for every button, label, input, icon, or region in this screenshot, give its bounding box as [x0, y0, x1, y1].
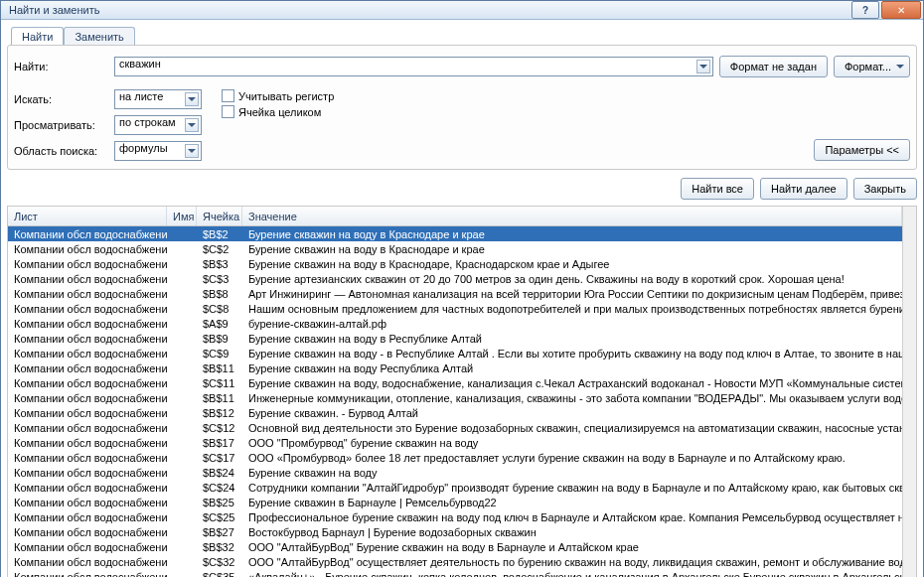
whole-cell-label: Ячейка целиком: [238, 106, 321, 118]
table-row[interactable]: Компании обсл водоснабжения$A$9бурение-с…: [8, 316, 902, 331]
table-row[interactable]: Компании обсл водоснабжения$C$12Основной…: [8, 420, 902, 435]
cell-sheet: Компании обсл водоснабжения: [8, 362, 167, 374]
cell-sheet: Компании обсл водоснабжения: [8, 348, 167, 360]
chevron-down-icon[interactable]: [185, 118, 199, 132]
table-row[interactable]: Компании обсл водоснабжения$B$25Бурение …: [8, 495, 902, 509]
window-title: Найти и заменить: [9, 4, 849, 16]
help-button[interactable]: ?: [851, 1, 879, 19]
cell-value: Бурение скважин на воду - в Республике А…: [242, 348, 902, 360]
cell-ref: $C$12: [197, 422, 242, 434]
cell-ref: $C$32: [197, 556, 242, 568]
table-row[interactable]: Компании обсл водоснабжения$C$9Бурение с…: [8, 346, 902, 361]
find-label: Найти:: [14, 61, 108, 72]
table-row[interactable]: Компании обсл водоснабжения$C$32ООО "Алт…: [8, 554, 902, 569]
match-case-checkbox[interactable]: [222, 89, 234, 102]
cell-sheet: Компании обсл водоснабжения: [8, 273, 167, 285]
cell-value: Бурение скважин в Барнауле | Ремсельбурв…: [242, 497, 902, 508]
scan-direction-label: Просматривать:: [14, 119, 108, 131]
cell-ref: $B$2: [197, 228, 242, 240]
table-row[interactable]: Компании обсл водоснабжения$C$24Сотрудни…: [8, 480, 902, 495]
col-name[interactable]: Имя: [167, 207, 197, 225]
cell-value: Бурение скважин на воду в Краснодаре, Кр…: [242, 258, 902, 270]
scan-direction-combo[interactable]: по строкам: [114, 115, 202, 135]
grid-body[interactable]: Компании обсл водоснабжения$B$2Бурение с…: [8, 226, 902, 577]
table-row[interactable]: Компании обсл водоснабжения$B$24Бурение …: [8, 465, 902, 480]
cell-sheet: Компании обсл водоснабжения: [8, 392, 167, 404]
table-row[interactable]: Компании обсл водоснабжения$C$11Бурение …: [8, 375, 902, 390]
table-row[interactable]: Компании обсл водоснабжения$C$25Професси…: [8, 509, 902, 524]
find-next-button[interactable]: Найти далее: [760, 178, 847, 200]
search-area-combo[interactable]: формулы: [114, 141, 202, 161]
cell-value: бурение-скважин-алтай.рф: [242, 318, 902, 330]
table-row[interactable]: Компании обсл водоснабжения$B$11Инженерн…: [8, 390, 902, 405]
find-history-dropdown[interactable]: [696, 60, 710, 73]
cell-value: Бурение артезианских скважин от 20 до 70…: [242, 273, 902, 285]
action-bar: Найти все Найти далее Закрыть: [7, 178, 917, 200]
cell-sheet: Компании обсл водоснабжения: [8, 318, 167, 330]
vertical-scrollbar[interactable]: [902, 207, 916, 577]
cell-sheet: Компании обсл водоснабжения: [8, 511, 167, 523]
cell-ref: $C$2: [197, 243, 242, 255]
tab-replace[interactable]: Заменить: [64, 27, 134, 46]
col-cell[interactable]: Ячейка: [197, 207, 242, 225]
cell-sheet: Компании обсл водоснабжения: [8, 422, 167, 434]
cell-ref: $B$9: [197, 333, 242, 345]
cell-value: ООО "АлтайБурВод" осуществляет деятельно…: [242, 556, 902, 568]
table-row[interactable]: Компании обсл водоснабжения$C$17ООО «Про…: [8, 450, 902, 465]
cell-sheet: Компании обсл водоснабжения: [8, 541, 167, 553]
table-row[interactable]: Компании обсл водоснабжения$B$12Бурение …: [8, 405, 902, 420]
cell-sheet: Компании обсл водоснабжения: [8, 228, 167, 240]
find-value: скважин: [119, 58, 161, 70]
tab-find[interactable]: Найти: [11, 27, 64, 46]
table-row[interactable]: Компании обсл водоснабжения$B$9Бурение с…: [8, 331, 902, 346]
table-row[interactable]: Компании обсл водоснабжения$C$35«Аквалай…: [8, 569, 902, 577]
format-button[interactable]: Формат...: [834, 56, 910, 77]
tab-strip: Найти Заменить: [11, 27, 917, 46]
cell-sheet: Компании обсл водоснабжения: [8, 571, 167, 578]
table-row[interactable]: Компании обсл водоснабжения$B$27Востокбу…: [8, 524, 902, 539]
col-value[interactable]: Значение: [242, 207, 902, 225]
chevron-down-icon[interactable]: [185, 92, 199, 106]
table-row[interactable]: Компании обсл водоснабжения$B$2Бурение с…: [8, 226, 902, 241]
cell-ref: $C$9: [197, 348, 242, 360]
cell-sheet: Компании обсл водоснабжения: [8, 526, 167, 538]
table-row[interactable]: Компании обсл водоснабжения$B$32ООО "Алт…: [8, 539, 902, 554]
find-input[interactable]: скважин: [114, 57, 713, 76]
cell-value: Востокбурвод Барнаул | Бурение водозабор…: [242, 526, 902, 538]
cell-ref: $B$17: [197, 437, 242, 449]
table-row[interactable]: Компании обсл водоснабжения$C$8Нашим осн…: [8, 301, 902, 316]
format-none-button[interactable]: Формат не задан: [719, 56, 828, 77]
cell-value: Сотрудники компании "АлтайГидробур" прои…: [242, 482, 902, 494]
table-row[interactable]: Компании обсл водоснабжения$B$17ООО "Про…: [8, 435, 902, 450]
checkbox-column: Учитывать регистр Ячейка целиком: [222, 89, 334, 121]
cell-ref: $B$3: [197, 258, 242, 270]
table-row[interactable]: Компании обсл водоснабжения$C$2Бурение с…: [8, 241, 902, 256]
scope-column: Искать: на листе Просматривать: по строк…: [14, 89, 202, 161]
cell-sheet: Компании обсл водоснабжения: [8, 258, 167, 270]
results-grid: Лист Имя Ячейка Значение Компании обсл в…: [7, 206, 917, 577]
cell-value: ООО "АлтайБурВод" Бурение скважин на вод…: [242, 541, 902, 553]
whole-cell-checkbox[interactable]: [222, 105, 234, 118]
cell-ref: $C$25: [197, 511, 242, 523]
table-row[interactable]: Компании обсл водоснабжения$B$8Арт Инжин…: [8, 286, 902, 301]
search-scope-combo[interactable]: на листе: [114, 89, 202, 109]
table-row[interactable]: Компании обсл водоснабжения$B$3Бурение с…: [8, 256, 902, 271]
close-button[interactable]: Закрыть: [853, 178, 917, 200]
cell-value: Бурение скважин на воду в Краснодаре и к…: [242, 243, 902, 255]
cell-ref: $C$35: [197, 571, 242, 578]
parameters-toggle-button[interactable]: Параметры <<: [814, 139, 910, 161]
cell-value: Бурение скважин на воду, водоснабжение, …: [242, 377, 902, 389]
search-scope-label: Искать:: [14, 93, 108, 105]
match-case-label: Учитывать регистр: [238, 90, 334, 102]
close-window-button[interactable]: ✕: [881, 1, 921, 19]
col-sheet[interactable]: Лист: [8, 207, 167, 225]
cell-sheet: Компании обсл водоснабжения: [8, 243, 167, 255]
find-all-button[interactable]: Найти все: [681, 178, 754, 200]
chevron-down-icon[interactable]: [185, 144, 199, 158]
cell-sheet: Компании обсл водоснабжения: [8, 333, 167, 345]
table-row[interactable]: Компании обсл водоснабжения$C$3Бурение а…: [8, 271, 902, 286]
table-row[interactable]: Компании обсл водоснабжения$B$11Бурение …: [8, 361, 902, 375]
titlebar: Найти и заменить ? ✕: [1, 1, 923, 20]
dialog-window: Найти и заменить ? ✕ Найти Заменить Найт…: [0, 0, 924, 577]
cell-value: Основной вид деятельности это Бурение во…: [242, 422, 902, 434]
